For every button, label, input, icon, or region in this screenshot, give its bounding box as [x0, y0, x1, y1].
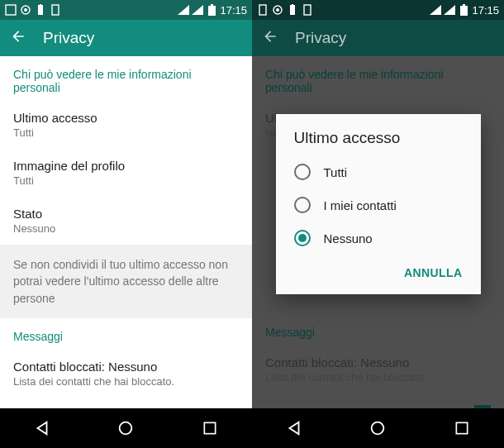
nav-bar [252, 408, 504, 448]
card2-icon [302, 4, 313, 16]
phone-right: 17:15 Privacy Chi può vedere le mie info… [252, 0, 504, 448]
nav-recent-icon[interactable] [198, 417, 221, 440]
svg-rect-5 [211, 4, 213, 6]
sim-icon [287, 4, 298, 16]
target-icon [20, 4, 31, 16]
pref-title: Ultimo accesso [13, 111, 239, 125]
app-bar: Privacy [252, 20, 504, 56]
svg-rect-3 [52, 5, 59, 15]
radio-icon [294, 164, 311, 180]
back-icon[interactable] [10, 28, 26, 48]
app-bar-title: Privacy [295, 29, 346, 47]
svg-point-2 [24, 8, 27, 12]
pref-status[interactable]: Stato Nessuno [0, 197, 252, 245]
radio-checked-icon [294, 230, 311, 246]
dialog-actions: ANNULLA [276, 255, 481, 289]
svg-rect-4 [208, 6, 216, 16]
signal-icon [178, 4, 189, 16]
svg-rect-8 [259, 5, 266, 15]
phone-left: 17:15 Privacy Chi può vedere le mie info… [0, 0, 252, 448]
svg-rect-13 [463, 4, 465, 6]
svg-rect-12 [460, 6, 468, 16]
app-bar: Privacy [0, 20, 252, 56]
pref-profile-photo[interactable]: Immagine del profilo Tutti [0, 149, 252, 197]
svg-rect-0 [6, 5, 16, 15]
battery-icon [206, 4, 217, 16]
signal-icon [430, 4, 441, 16]
pref-read-receipts[interactable]: Conferme di lettura [0, 398, 252, 408]
radio-label: Tutti [324, 165, 348, 179]
status-bar: 17:15 [0, 0, 252, 20]
pref-blocked-contacts[interactable]: Contatti bloccati: Nessuno Lista dei con… [0, 350, 252, 398]
nav-back-icon[interactable] [283, 417, 306, 440]
status-left-icons [257, 4, 430, 16]
dialog-title: Ultimo accesso [276, 129, 481, 155]
nav-recent-icon[interactable] [450, 417, 473, 440]
last-seen-dialog: Ultimo accesso Tutti I miei contatti Nes… [276, 114, 481, 294]
nav-home-icon[interactable] [114, 417, 137, 440]
pref-value: Tutti [13, 126, 239, 139]
status-time: 17:15 [220, 4, 247, 17]
settings-content: Chi può vedere le mie informazioni perso… [0, 56, 252, 408]
pref-title: Immagine del profilo [13, 159, 239, 173]
signal2-icon [444, 4, 455, 16]
dialog-scrim[interactable]: Ultimo accesso Tutti I miei contatti Nes… [252, 56, 504, 408]
radio-label: I miei contatti [324, 198, 397, 212]
pref-subtitle: Lista dei contatti che hai bloccato. [13, 375, 239, 388]
status-right-icons: 17:15 [430, 4, 499, 17]
nav-bar [0, 408, 252, 448]
nav-back-icon[interactable] [31, 417, 54, 440]
radio-label: Nessuno [324, 231, 373, 245]
sim-icon [35, 4, 46, 16]
status-right-icons: 17:15 [178, 4, 247, 17]
section-messages: Messaggi [0, 318, 252, 350]
pref-value: Nessuno [13, 222, 239, 235]
pref-title: Contatti bloccati: Nessuno [13, 360, 239, 374]
radio-option-nobody[interactable]: Nessuno [276, 222, 481, 255]
status-bar: 17:15 [252, 0, 504, 20]
card-icon [50, 4, 61, 16]
signal2-icon [192, 4, 203, 16]
nav-home-icon[interactable] [366, 417, 389, 440]
radio-option-everyone[interactable]: Tutti [276, 155, 481, 188]
svg-rect-11 [304, 5, 311, 15]
target-icon [272, 4, 283, 16]
svg-point-10 [276, 8, 279, 12]
svg-rect-15 [456, 422, 467, 433]
svg-point-6 [120, 422, 132, 435]
radio-icon [294, 197, 311, 213]
svg-point-14 [372, 422, 384, 435]
battery-icon [458, 4, 469, 16]
last-seen-notice: Se non condividi il tuo ultimo accesso n… [0, 245, 252, 318]
back-icon[interactable] [262, 28, 278, 48]
status-left-icons [5, 4, 178, 16]
pref-last-seen[interactable]: Ultimo accesso Tutti [0, 101, 252, 149]
status-time: 17:15 [472, 4, 499, 17]
pref-value: Tutti [13, 174, 239, 187]
card-icon [257, 4, 269, 16]
pref-title: Stato [13, 207, 239, 221]
notification-icon [5, 4, 17, 16]
section-personal-info: Chi può vedere le mie informazioni perso… [0, 56, 252, 101]
app-bar-title: Privacy [43, 29, 94, 47]
cancel-button[interactable]: ANNULLA [397, 261, 468, 284]
radio-option-my-contacts[interactable]: I miei contatti [276, 188, 481, 222]
svg-rect-7 [204, 422, 215, 433]
